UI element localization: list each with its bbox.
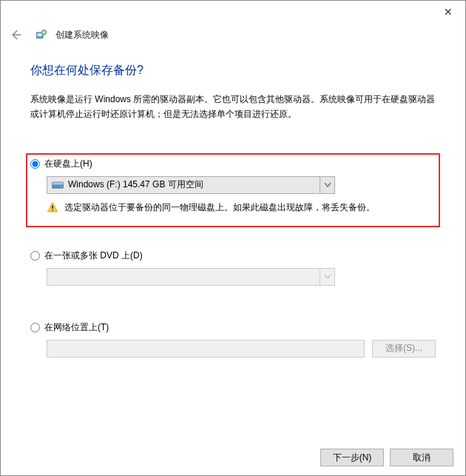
chevron-down-icon — [325, 275, 331, 279]
warning-row: 选定驱动器位于要备份的同一物理磁盘上。如果此磁盘出现故障，将丢失备份。 — [47, 201, 436, 214]
network-path-input — [47, 340, 365, 358]
title-bar: ✕ — [1, 1, 465, 23]
dvd-combobox-arrow — [320, 269, 334, 285]
back-arrow-icon — [9, 28, 22, 41]
drive-combobox[interactable]: Windows (F:) 145.47 GB 可用空间 — [47, 176, 335, 194]
svg-rect-1 — [37, 33, 42, 37]
next-button-label: 下一步(N) — [333, 452, 372, 464]
radio-network[interactable] — [30, 323, 40, 332]
radio-row-dvd[interactable]: 在一张或多张 DVD 上(D) — [30, 249, 436, 262]
radio-label-dvd: 在一张或多张 DVD 上(D) — [44, 249, 143, 262]
drive-combobox-arrow[interactable] — [320, 177, 334, 193]
svg-point-5 — [61, 186, 62, 187]
cancel-button[interactable]: 取消 — [390, 449, 453, 466]
dvd-combobox — [47, 268, 335, 286]
browse-button: 选择(S)... — [372, 340, 436, 358]
option-hard-disk: 在硬盘上(H) Windows (F:) 145.47 GB 可用空间 — [30, 158, 436, 223]
svg-rect-7 — [52, 209, 53, 210]
network-input-row: 选择(S)... — [47, 340, 436, 358]
close-icon: ✕ — [444, 6, 453, 18]
page-heading: 你想在何处保存备份? — [30, 63, 436, 78]
footer-buttons: 下一步(N) 取消 — [320, 449, 453, 466]
option-dvd: 在一张或多张 DVD 上(D) — [30, 249, 436, 286]
radio-label-network: 在网络位置上(T) — [44, 321, 109, 334]
option-network: 在网络位置上(T) 选择(S)... — [30, 321, 436, 358]
warning-icon — [47, 201, 58, 213]
header-row: 创建系统映像 — [1, 23, 465, 50]
content-area: 你想在何处保存备份? 系统映像是运行 Windows 所需的驱动器副本。它也可以… — [1, 50, 465, 358]
warning-text: 选定驱动器位于要备份的同一物理磁盘上。如果此磁盘出现故障，将丢失备份。 — [64, 201, 375, 214]
svg-rect-6 — [52, 205, 53, 209]
radio-hard-disk[interactable] — [30, 159, 40, 169]
hard-drive-icon — [52, 181, 64, 190]
page-description: 系统映像是运行 Windows 所需的驱动器副本。它也可以包含其他驱动器。系统映… — [30, 92, 436, 122]
close-button[interactable]: ✕ — [431, 1, 465, 23]
radio-label-hard-disk: 在硬盘上(H) — [44, 158, 92, 170]
browse-button-label: 选择(S)... — [385, 342, 422, 355]
next-button[interactable]: 下一步(N) — [320, 449, 384, 466]
system-image-icon — [35, 28, 48, 41]
cancel-button-label: 取消 — [413, 452, 430, 464]
wizard-title: 创建系统映像 — [55, 29, 109, 41]
radio-dvd[interactable] — [30, 251, 40, 261]
back-button[interactable] — [7, 26, 24, 44]
dialog-window: ✕ 创建系统映像 你想在何处保存备份? 系统映像是运行 Windows 所需的驱… — [0, 0, 466, 476]
drive-combobox-text: Windows (F:) 145.47 GB 可用空间 — [68, 178, 320, 191]
radio-row-network[interactable]: 在网络位置上(T) — [30, 321, 436, 334]
radio-row-hard-disk[interactable]: 在硬盘上(H) — [30, 158, 436, 170]
chevron-down-icon — [325, 183, 331, 187]
